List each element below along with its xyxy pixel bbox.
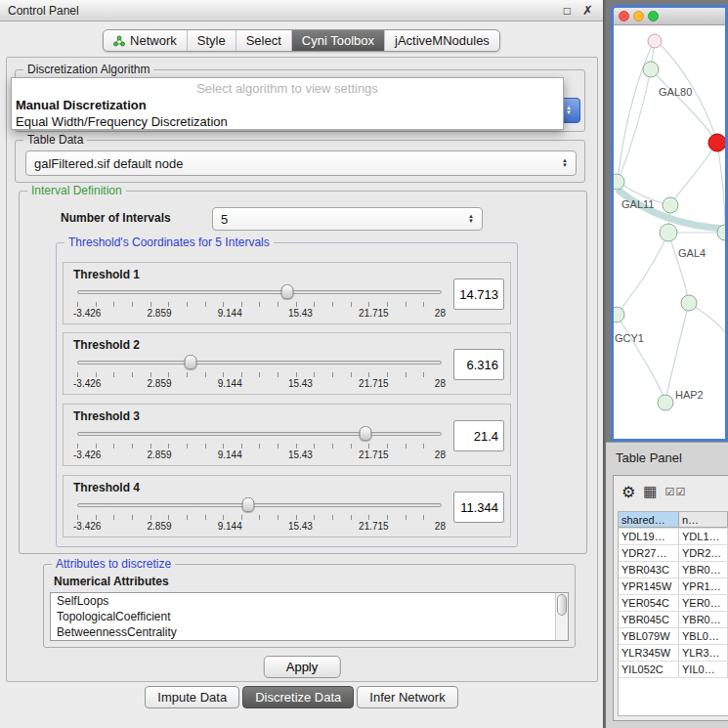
network-node-selected[interactable] (708, 134, 725, 151)
network-canvas[interactable]: GAL80 GAL11 GAL4 GCY1 HAP2 (614, 25, 725, 439)
gear-icon[interactable]: ⚙ (621, 483, 635, 501)
table-row[interactable]: YPR145W YPR1… (619, 578, 728, 595)
table-cell[interactable]: YPR145W (619, 578, 679, 594)
numerical-attributes-heading: Numerical Attributes (54, 575, 169, 588)
network-edge[interactable] (618, 39, 655, 182)
network-edge[interactable] (617, 315, 665, 401)
network-node[interactable] (614, 174, 624, 190)
threshold-slider[interactable] (77, 284, 442, 300)
table-cell[interactable]: YIL052C (619, 662, 679, 677)
right-column: GAL80 GAL11 GAL4 GCY1 HAP2 Table Panel ⚙… (606, 0, 728, 728)
slider-track[interactable] (77, 361, 442, 364)
tab-discretize-data[interactable]: Discretize Data (242, 686, 354, 708)
close-icon[interactable]: ✗ (582, 3, 593, 18)
column-header-name[interactable]: n… (679, 512, 728, 528)
node-table: shared… n… YDL19… YDL1… YDR27… YDR2… YBR… (618, 511, 728, 716)
tab-style[interactable]: Style (187, 30, 236, 51)
table-cell[interactable]: YLR3… (679, 645, 728, 661)
bottom-tab-bar: Impute Data Discretize Data Infer Networ… (0, 686, 603, 708)
slider-thumb[interactable] (184, 355, 196, 369)
table-row[interactable]: YER054C YER0… (619, 595, 728, 612)
float-window-icon[interactable]: □ (564, 4, 571, 18)
threshold-value-input[interactable] (453, 349, 504, 380)
threshold-value-input[interactable] (453, 420, 504, 451)
threshold-slider[interactable] (77, 426, 442, 442)
scrollbar-track[interactable] (555, 593, 568, 640)
mac-close-button[interactable] (619, 11, 629, 21)
apply-button[interactable]: Apply (264, 656, 341, 678)
table-row[interactable]: YBR045C YBR0… (619, 612, 728, 628)
slider-track[interactable] (77, 290, 442, 294)
threshold-slider[interactable] (77, 355, 442, 370)
threshold-slider[interactable] (77, 497, 442, 513)
threshold-value-input[interactable] (453, 278, 504, 310)
table-row[interactable]: YBL079W YBL0… (619, 628, 728, 645)
tab-cyni-toolbox[interactable]: Cyni Toolbox (291, 30, 384, 51)
mac-zoom-button[interactable] (648, 11, 659, 21)
list-item[interactable]: BetweennessCentrality (51, 624, 568, 640)
table-row[interactable]: YDR27… YDR2… (619, 545, 728, 562)
network-node[interactable] (663, 197, 678, 213)
column-header-shared-name[interactable]: shared… (619, 512, 679, 528)
tab-network[interactable]: Network (104, 30, 187, 51)
tab-jactivemnodules[interactable]: jActiveMNodules (384, 30, 499, 51)
table-cell[interactable]: YLR345W (619, 645, 679, 661)
table-cell[interactable]: YDL1… (679, 529, 728, 544)
table-row[interactable]: YIL052C YIL0… (619, 662, 728, 678)
table-row[interactable]: YBR043C YBR0… (619, 562, 728, 578)
tab-select[interactable]: Select (236, 30, 291, 51)
table-cell[interactable]: YER054C (619, 595, 679, 611)
slider-track[interactable] (77, 503, 442, 507)
columns-icon[interactable]: ▦ (643, 483, 657, 500)
threshold-value-input[interactable] (453, 492, 504, 523)
table-cell[interactable]: YDL19… (619, 529, 679, 544)
table-cell[interactable]: YBL0… (679, 628, 728, 644)
network-edge[interactable] (717, 143, 725, 226)
network-edge[interactable] (618, 69, 651, 182)
popup-prompt-option[interactable]: Select algorithm to view settings (12, 80, 563, 97)
table-cell[interactable]: YBL079W (619, 628, 679, 644)
popup-option-equal-width[interactable]: Equal Width/Frequency Discretization (12, 113, 563, 130)
network-edge[interactable] (670, 143, 717, 205)
network-node[interactable] (658, 395, 673, 410)
checkbox-icons[interactable]: ☑☑ (665, 486, 687, 498)
popup-option-manual-discretization[interactable]: Manual Discretization (12, 97, 563, 113)
slider-ticks (77, 515, 442, 520)
table-row[interactable]: YLR345W YLR3… (619, 645, 728, 662)
checkbox-icon[interactable]: ☑ (675, 486, 686, 497)
mac-minimize-button[interactable] (633, 11, 644, 21)
list-item[interactable]: TopologicalCoefficient (51, 609, 568, 624)
network-node[interactable] (614, 307, 624, 322)
table-data-combobox[interactable]: galFiltered.sif default node ▲ ▼ (25, 150, 577, 176)
table-row[interactable]: YDL19… YDL1… (619, 529, 728, 545)
scrollbar-thumb[interactable] (557, 594, 567, 616)
network-edge[interactable] (668, 233, 689, 303)
table-cell[interactable]: YER0… (679, 595, 728, 611)
table-cell[interactable]: YDR2… (679, 545, 728, 561)
slider-track[interactable] (77, 432, 442, 436)
table-cell[interactable]: YBR0… (679, 612, 728, 627)
scale-label: 21.715 (359, 308, 389, 319)
network-node[interactable] (660, 224, 677, 241)
network-edge[interactable] (617, 233, 668, 315)
network-edge[interactable] (651, 69, 717, 143)
table-cell[interactable]: YBR045C (619, 612, 679, 627)
slider-thumb[interactable] (281, 284, 294, 299)
num-intervals-combobox[interactable]: 5 ▲ ▼ (212, 207, 483, 231)
table-cell[interactable]: YIL0… (679, 662, 728, 677)
table-cell[interactable]: YBR043C (619, 562, 679, 578)
table-cell[interactable]: YBR0… (679, 562, 728, 578)
network-edge[interactable] (665, 303, 689, 401)
checkbox-icon[interactable]: ☑ (665, 486, 676, 497)
table-cell[interactable]: YDR27… (619, 545, 679, 561)
tab-infer-network[interactable]: Infer Network (357, 686, 457, 708)
network-node[interactable] (648, 34, 662, 48)
slider-thumb[interactable] (359, 426, 371, 441)
tab-impute-data[interactable]: Impute Data (145, 686, 239, 708)
network-node[interactable] (681, 295, 697, 311)
slider-thumb[interactable] (242, 497, 255, 512)
attributes-list[interactable]: SelfLoops TopologicalCoefficient Between… (50, 592, 569, 641)
list-item[interactable]: SelfLoops (51, 593, 568, 609)
table-cell[interactable]: YPR1… (679, 578, 728, 594)
network-node[interactable] (643, 62, 659, 77)
